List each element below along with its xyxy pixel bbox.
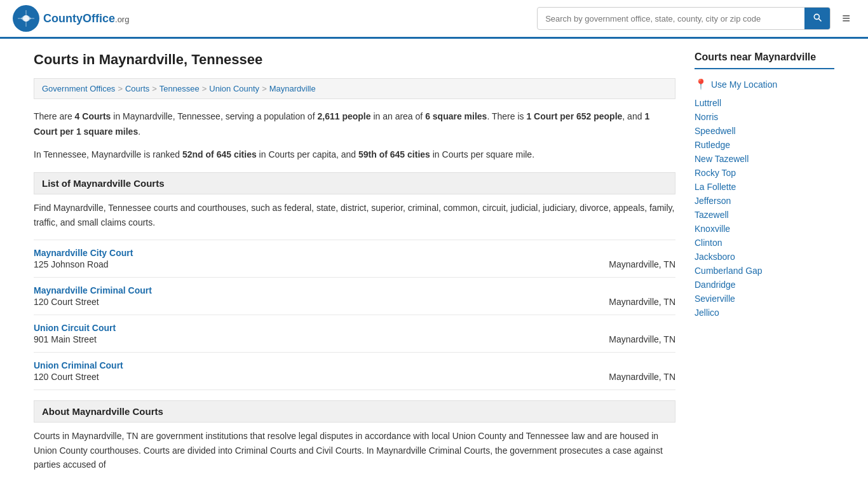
court-city-state: Maynardville, TN: [609, 334, 675, 344]
ranked-text: In Tennessee, Maynardville is ranked 52n…: [34, 147, 675, 163]
use-location: 📍 Use My Location: [695, 78, 834, 90]
breadcrumb: Government Offices > Courts > Tennessee …: [34, 78, 675, 99]
court-address: 125 Johnson Road: [34, 259, 109, 269]
nearby-city-link[interactable]: Rutledge: [695, 140, 730, 150]
list-item: La Follette: [695, 182, 834, 192]
courts-list: Maynardville City Court 125 Johnson Road…: [34, 240, 675, 390]
nearby-city-link[interactable]: Luttrell: [695, 98, 721, 108]
page-title: Courts in Maynardville, Tennessee: [34, 51, 675, 68]
breadcrumb-sep-3: >: [202, 84, 207, 93]
about-text: Courts in Maynardville, TN are governmen…: [34, 429, 675, 471]
breadcrumb-maynardville[interactable]: Maynardville: [269, 84, 316, 93]
logo-text: CountyOffice.org: [43, 12, 129, 25]
court-name: Maynardville City Court: [34, 248, 675, 258]
logo-area[interactable]: CountyOffice.org: [13, 5, 129, 32]
list-item: Knoxville: [695, 224, 834, 234]
breadcrumb-tennessee[interactable]: Tennessee: [159, 84, 200, 93]
court-address: 120 Court Street: [34, 372, 99, 382]
court-item: Union Circuit Court 901 Main Street Mayn…: [34, 315, 675, 352]
header-right: ≡: [537, 7, 855, 30]
search-button[interactable]: [804, 8, 830, 29]
nearby-city-link[interactable]: Speedwell: [695, 126, 736, 136]
search-form: [537, 7, 831, 30]
breadcrumb-gov-offices[interactable]: Government Offices: [42, 84, 115, 93]
court-details: 125 Johnson Road Maynardville, TN: [34, 259, 675, 269]
nearby-city-link[interactable]: La Follette: [695, 182, 736, 192]
info-text: There are 4 Courts in Maynardville, Tenn…: [34, 109, 675, 140]
list-item: Luttrell: [695, 98, 834, 108]
nearby-city-link[interactable]: Tazewell: [695, 210, 729, 220]
court-link[interactable]: Maynardville City Court: [34, 248, 133, 258]
nearby-city-link[interactable]: Rocky Top: [695, 168, 736, 178]
court-address: 120 Court Street: [34, 297, 99, 307]
sidebar: Courts near Maynardville 📍 Use My Locati…: [695, 51, 834, 482]
list-item: Sevierville: [695, 294, 834, 304]
nearby-city-link[interactable]: Knoxville: [695, 224, 730, 234]
list-item: Speedwell: [695, 126, 834, 136]
site-header: CountyOffice.org ≡: [0, 0, 868, 39]
list-item: Rocky Top: [695, 168, 834, 178]
court-item: Maynardville Criminal Court 120 Court St…: [34, 277, 675, 315]
list-item: Jacksboro: [695, 252, 834, 262]
nearby-city-link[interactable]: Norris: [695, 112, 718, 122]
breadcrumb-union-county[interactable]: Union County: [209, 84, 259, 93]
court-details: 120 Court Street Maynardville, TN: [34, 297, 675, 307]
court-name: Union Criminal Court: [34, 360, 675, 370]
court-name: Union Circuit Court: [34, 323, 675, 333]
list-desc: Find Maynardville, Tennessee courts and …: [34, 201, 675, 229]
logo-icon: [13, 5, 39, 32]
court-item: Union Criminal Court 120 Court Street Ma…: [34, 352, 675, 390]
list-item: Dandridge: [695, 280, 834, 290]
nearby-city-link[interactable]: Sevierville: [695, 294, 735, 304]
sidebar-nearby-list: LuttrellNorrisSpeedwellRutledgeNew Tazew…: [695, 98, 834, 318]
breadcrumb-sep-2: >: [152, 84, 157, 93]
list-item: Norris: [695, 112, 834, 122]
nearby-city-link[interactable]: New Tazewell: [695, 154, 749, 164]
use-my-location-link[interactable]: Use My Location: [711, 79, 777, 90]
list-item: Tazewell: [695, 210, 834, 220]
breadcrumb-sep-4: >: [262, 84, 267, 93]
list-item: Jellico: [695, 308, 834, 318]
search-input[interactable]: [538, 10, 804, 28]
court-address: 901 Main Street: [34, 334, 97, 344]
menu-button[interactable]: ≡: [837, 8, 855, 29]
court-link[interactable]: Maynardville Criminal Court: [34, 285, 152, 295]
list-item: Clinton: [695, 238, 834, 248]
page-content: Courts in Maynardville, Tennessee Govern…: [21, 39, 847, 488]
nearby-city-link[interactable]: Cumberland Gap: [695, 266, 763, 276]
main-section: Courts in Maynardville, Tennessee Govern…: [34, 51, 675, 482]
list-item: Cumberland Gap: [695, 266, 834, 276]
nearby-city-link[interactable]: Jacksboro: [695, 252, 735, 262]
court-city-state: Maynardville, TN: [609, 259, 675, 269]
list-item: Rutledge: [695, 140, 834, 150]
breadcrumb-sep-1: >: [118, 84, 123, 93]
court-name: Maynardville Criminal Court: [34, 285, 675, 295]
court-details: 901 Main Street Maynardville, TN: [34, 334, 675, 344]
court-city-state: Maynardville, TN: [609, 372, 675, 382]
court-city-state: Maynardville, TN: [609, 297, 675, 307]
breadcrumb-courts[interactable]: Courts: [125, 84, 149, 93]
list-item: New Tazewell: [695, 154, 834, 164]
court-details: 120 Court Street Maynardville, TN: [34, 372, 675, 382]
nearby-city-link[interactable]: Dandridge: [695, 280, 736, 290]
court-link[interactable]: Union Circuit Court: [34, 323, 116, 333]
about-section-header: About Maynardville Courts: [34, 400, 675, 423]
nearby-city-link[interactable]: Clinton: [695, 238, 722, 248]
location-icon: 📍: [695, 78, 707, 90]
nearby-city-link[interactable]: Jefferson: [695, 196, 731, 206]
sidebar-title: Courts near Maynardville: [695, 51, 834, 69]
court-item: Maynardville City Court 125 Johnson Road…: [34, 240, 675, 277]
list-item: Jefferson: [695, 196, 834, 206]
nearby-city-link[interactable]: Jellico: [695, 308, 719, 318]
court-link[interactable]: Union Criminal Court: [34, 360, 123, 370]
list-section-header: List of Maynardville Courts: [34, 172, 675, 194]
